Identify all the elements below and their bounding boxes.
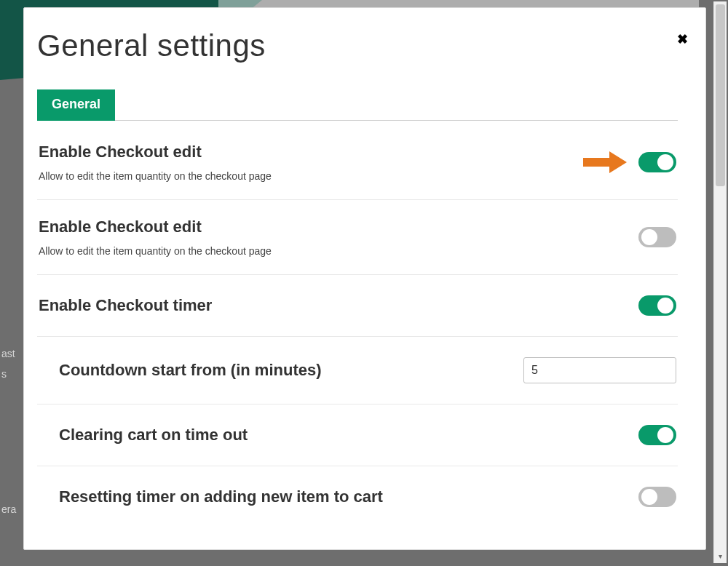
close-button[interactable]: ✖ bbox=[677, 31, 688, 47]
setting-enable-checkout-edit: Enable Checkout edit Allow to edit the i… bbox=[37, 125, 678, 200]
toggle-enable-checkout-timer[interactable] bbox=[638, 295, 676, 316]
setting-countdown-minutes: Countdown start from (in minutes) bbox=[37, 337, 678, 404]
settings-list: Enable Checkout edit Allow to edit the i… bbox=[37, 125, 678, 527]
input-countdown-minutes[interactable] bbox=[523, 357, 676, 383]
scroll-down-icon[interactable]: ▾ bbox=[714, 550, 727, 563]
settings-modal: General settings ✖ General Enable Checko… bbox=[23, 7, 706, 550]
toggle-enable-checkout-edit-2[interactable] bbox=[638, 227, 676, 247]
scrollbar-thumb[interactable] bbox=[716, 4, 725, 186]
tab-general[interactable]: General bbox=[37, 89, 115, 121]
setting-title: Enable Checkout edit bbox=[39, 218, 624, 236]
setting-description: Allow to edit the item quantity on the c… bbox=[39, 245, 624, 257]
bg-text-fragment: s bbox=[1, 368, 7, 380]
setting-clear-cart-timeout: Clearing cart on time out bbox=[37, 404, 678, 466]
toggle-clear-cart-timeout[interactable] bbox=[638, 425, 676, 445]
page-scrollbar[interactable]: ▴ ▾ bbox=[713, 1, 727, 563]
toggle-reset-timer-on-add[interactable] bbox=[638, 487, 676, 507]
setting-title: Enable Checkout timer bbox=[39, 296, 624, 315]
setting-enable-checkout-edit-2: Enable Checkout edit Allow to edit the i… bbox=[37, 200, 678, 275]
setting-title: Resetting timer on adding new item to ca… bbox=[59, 487, 624, 506]
bg-text-fragment: era bbox=[1, 503, 16, 515]
toggle-enable-checkout-edit[interactable] bbox=[638, 152, 676, 172]
highlight-arrow-icon bbox=[582, 150, 628, 175]
tab-bar: General bbox=[37, 89, 678, 121]
bg-text-fragment: ast bbox=[1, 348, 15, 359]
setting-title: Enable Checkout edit bbox=[39, 143, 567, 162]
setting-title: Countdown start from (in minutes) bbox=[59, 361, 509, 380]
setting-title: Clearing cart on time out bbox=[59, 426, 624, 445]
setting-enable-checkout-timer: Enable Checkout timer bbox=[37, 275, 678, 337]
modal-title: General settings bbox=[37, 28, 678, 63]
setting-reset-timer-on-add: Resetting timer on adding new item to ca… bbox=[37, 466, 678, 527]
setting-description: Allow to edit the item quantity on the c… bbox=[39, 170, 567, 182]
